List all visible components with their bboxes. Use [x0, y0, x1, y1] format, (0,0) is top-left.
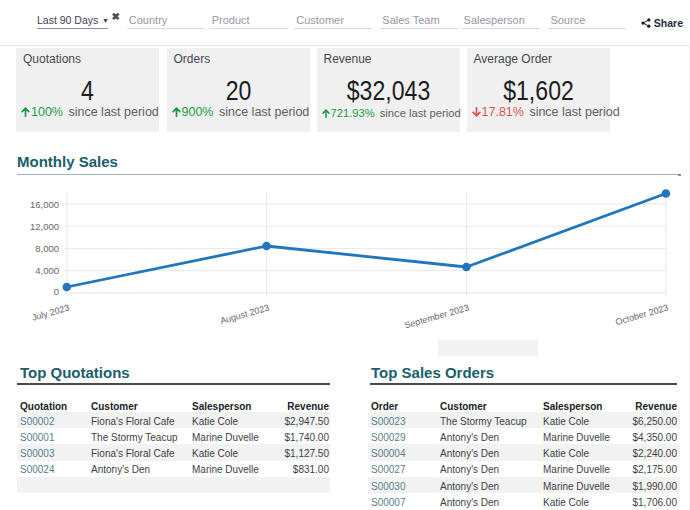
svg-text:July 2023: July 2023	[31, 303, 71, 323]
svg-text:8,000: 8,000	[35, 243, 59, 254]
svg-text:October 2023: October 2023	[614, 303, 669, 328]
svg-text:12,000: 12,000	[30, 221, 59, 232]
svg-text:16,000: 16,000	[30, 199, 59, 210]
svg-text:0: 0	[54, 286, 59, 297]
svg-text:4,000: 4,000	[35, 265, 59, 276]
svg-text:August 2023: August 2023	[219, 303, 270, 327]
svg-text:September 2023: September 2023	[403, 303, 470, 331]
